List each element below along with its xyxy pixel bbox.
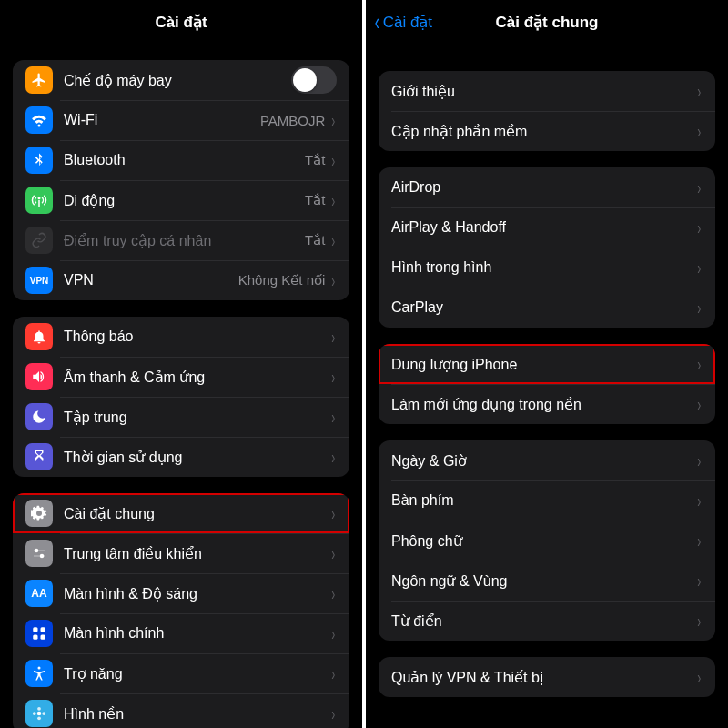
row-value: PAMBOJR: [260, 113, 325, 128]
row-general[interactable]: Cài đặt chung ›: [13, 493, 349, 533]
row-dictionary[interactable]: Từ điển ›: [379, 601, 715, 641]
row-iphone-storage[interactable]: Dung lượng iPhone ›: [379, 344, 715, 384]
row-label: Bàn phím: [391, 492, 696, 509]
chevron-right-icon: ›: [332, 270, 336, 291]
row-label: Giới thiệu: [391, 83, 696, 100]
row-label: Dung lượng iPhone: [391, 356, 696, 373]
bell-icon: [25, 323, 53, 350]
row-keyboard[interactable]: Bàn phím ›: [379, 480, 715, 521]
vpn-icon: VPN: [25, 267, 53, 294]
row-notifications[interactable]: Thông báo ›: [13, 317, 349, 357]
back-label: Cài đặt: [383, 13, 432, 32]
chevron-right-icon: ›: [698, 667, 702, 688]
row-background-refresh[interactable]: Làm mới ứng dụng trong nền ›: [379, 384, 715, 424]
row-carplay[interactable]: CarPlay ›: [379, 288, 715, 328]
chevron-right-icon: ›: [698, 354, 702, 375]
speaker-icon: [25, 363, 53, 390]
row-label: Thông báo: [64, 329, 330, 345]
row-screentime[interactable]: Thời gian sử dụng ›: [13, 437, 349, 477]
chevron-right-icon: ›: [698, 81, 702, 102]
row-label: CarPlay: [391, 299, 696, 316]
settings-scroll[interactable]: Chế độ máy bay Wi-Fi PAMBOJR › Bluetooth…: [0, 60, 362, 728]
chevron-right-icon: ›: [698, 217, 702, 238]
page-title: Cài đặt chung: [496, 13, 599, 32]
row-label: Thời gian sử dụng: [64, 449, 330, 466]
row-pip[interactable]: Hình trong hình ›: [379, 248, 715, 288]
flower-icon: [25, 700, 53, 727]
row-software-update[interactable]: Cập nhật phần mềm ›: [379, 111, 715, 151]
svg-point-11: [37, 716, 41, 720]
general-group-connectivity: AirDrop › AirPlay & Handoff › Hình trong…: [379, 167, 715, 328]
chevron-right-icon: ›: [332, 623, 336, 644]
grid-icon: [25, 620, 53, 647]
svg-point-12: [33, 712, 36, 715]
row-fonts[interactable]: Phông chữ ›: [379, 521, 715, 561]
chevron-right-icon: ›: [332, 150, 336, 171]
row-date-time[interactable]: Ngày & Giờ ›: [379, 440, 715, 480]
svg-rect-5: [41, 627, 46, 632]
chevron-right-icon: ›: [332, 407, 336, 428]
row-label: Ngày & Giờ: [391, 452, 696, 470]
row-label: Tập trung: [64, 409, 330, 426]
chevron-right-icon: ›: [332, 190, 336, 211]
chevron-right-icon: ›: [698, 490, 702, 511]
row-airdrop[interactable]: AirDrop ›: [379, 167, 715, 207]
row-focus[interactable]: Tập trung ›: [13, 397, 349, 437]
row-vpn-device[interactable]: Quản lý VPN & Thiết bị ›: [379, 657, 715, 697]
row-label: Chế độ máy bay: [64, 72, 291, 89]
svg-point-9: [37, 712, 42, 716]
row-label: Âm thanh & Cảm ứng: [64, 369, 330, 386]
row-language-region[interactable]: Ngôn ngữ & Vùng ›: [379, 561, 715, 601]
link-icon: [25, 227, 53, 254]
nav-bar: ‹ Cài đặt Cài đặt chung: [366, 0, 728, 44]
row-label: Điểm truy cập cá nhân: [64, 232, 305, 249]
wifi-icon: [25, 106, 53, 134]
row-label: Làm mới ứng dụng trong nền: [391, 396, 696, 413]
row-airplay[interactable]: AirPlay & Handoff ›: [379, 207, 715, 248]
svg-point-10: [37, 707, 41, 711]
chevron-right-icon: ›: [698, 121, 702, 142]
row-cellular[interactable]: Di động Tắt ›: [13, 180, 349, 220]
row-airplane[interactable]: Chế độ máy bay: [13, 60, 349, 100]
chevron-right-icon: ›: [698, 531, 702, 551]
row-hotspot[interactable]: Điểm truy cập cá nhân Tắt ›: [13, 220, 349, 260]
airplane-toggle[interactable]: [291, 66, 337, 94]
row-label: Wi-Fi: [64, 112, 260, 128]
back-button[interactable]: ‹ Cài đặt: [373, 10, 432, 34]
row-bluetooth[interactable]: Bluetooth Tắt ›: [13, 140, 349, 180]
chevron-right-icon: ›: [332, 583, 336, 604]
row-label: Cập nhật phần mềm: [391, 123, 696, 140]
chevron-right-icon: ›: [332, 703, 336, 724]
chevron-right-icon: ›: [332, 367, 336, 388]
row-wifi[interactable]: Wi-Fi PAMBOJR ›: [13, 100, 349, 140]
chevron-right-icon: ›: [332, 503, 336, 524]
row-about[interactable]: Giới thiệu ›: [379, 71, 715, 111]
chevron-right-icon: ›: [332, 543, 336, 564]
row-label: Hình trong hình: [391, 259, 696, 276]
row-display[interactable]: AA Màn hình & Độ sáng ›: [13, 573, 349, 613]
row-label: VPN: [64, 272, 238, 288]
row-sounds[interactable]: Âm thanh & Cảm ứng ›: [13, 357, 349, 397]
general-screen: ‹ Cài đặt Cài đặt chung Giới thiệu › Cập…: [364, 0, 728, 728]
general-group-storage: Dung lượng iPhone › Làm mới ứng dụng tro…: [379, 344, 715, 424]
row-wallpaper[interactable]: Hình nền ›: [13, 693, 349, 728]
row-vpn[interactable]: VPN VPN Không Kết nối ›: [13, 260, 349, 300]
row-label: Từ điển: [391, 612, 696, 630]
chevron-left-icon: ‹: [375, 10, 379, 34]
svg-rect-2: [34, 550, 45, 551]
row-label: Hình nền: [64, 705, 330, 723]
row-label: Di động: [64, 192, 305, 209]
chevron-right-icon: ›: [698, 298, 702, 318]
row-homescreen[interactable]: Màn hình chính ›: [13, 613, 349, 653]
nav-bar: Cài đặt: [0, 0, 362, 44]
row-control-center[interactable]: Trung tâm điều khiển ›: [13, 533, 349, 573]
svg-point-13: [42, 712, 46, 715]
chevron-right-icon: ›: [698, 571, 702, 592]
hourglass-icon: [25, 443, 53, 470]
svg-rect-4: [33, 627, 37, 632]
row-accessibility[interactable]: Trợ năng ›: [13, 653, 349, 693]
row-label: Bluetooth: [64, 152, 305, 168]
general-scroll[interactable]: Giới thiệu › Cập nhật phần mềm › AirDrop…: [366, 71, 728, 697]
row-value: Tắt: [305, 232, 325, 248]
settings-group-network: Chế độ máy bay Wi-Fi PAMBOJR › Bluetooth…: [13, 60, 349, 300]
